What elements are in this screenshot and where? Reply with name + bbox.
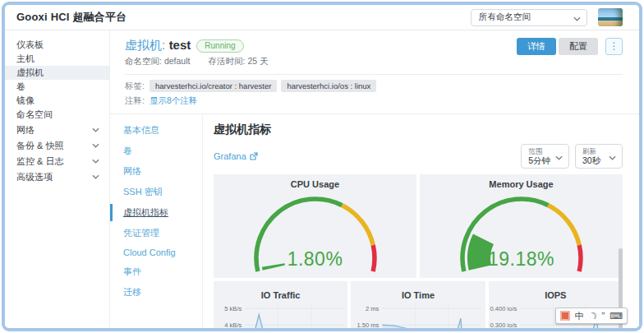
vm-header: 虚拟机: test Running 命名空间: default 存活时间: 25… — [110, 30, 639, 75]
namespace-selector[interactable]: 所有命名空间 — [471, 9, 587, 26]
tags-label: 标签: — [125, 81, 145, 92]
sidebar-item-label: 虚拟机 — [16, 67, 44, 79]
sidebar-item-8[interactable]: 监控 & 日志 — [5, 154, 109, 169]
sidebar-item-label: 主机 — [16, 53, 34, 65]
detail-tab-2[interactable]: 网络 — [110, 163, 202, 180]
namespace-selector-value: 所有命名空间 — [479, 12, 531, 23]
gauge-title: CPU Usage — [214, 174, 416, 189]
detail-section: 基本信息卷网络SSH 密钥虚拟机指标凭证管理Cloud Config事件迁移 虚… — [110, 114, 639, 328]
sidebar-item-1[interactable]: 主机 — [5, 52, 109, 66]
metrics-content: 虚拟机指标 Grafana 范围 5分钟 — [202, 114, 639, 328]
body: 仪表板主机虚拟机卷镜像命名空间网络备份 & 快照监控 & 日志高级选项 虚拟机:… — [5, 30, 639, 328]
more-actions-button[interactable]: ⋮ — [605, 38, 623, 55]
metrics-selects: 范围 5分钟 刷新 30秒 — [521, 144, 623, 169]
sidebar-item-6[interactable]: 网络 — [5, 123, 109, 137]
sidebar-item-7[interactable]: 备份 & 快照 — [5, 138, 109, 153]
header-right: 所有命名空间 — [471, 8, 623, 26]
app-title: Gooxi HCI 超融合平台 — [16, 10, 126, 25]
tags-row: 标签: harvesterhci.io/creator : harvesterh… — [125, 80, 623, 92]
resource-type-link[interactable]: 虚拟机: — [125, 38, 165, 52]
io-traffic-chart: IO Traffic 5 kB/s4 kB/s3 kB/s — [214, 281, 347, 331]
details-button[interactable]: 详情 — [517, 38, 556, 55]
ime-punctuation-icon[interactable]: ” — [601, 311, 605, 321]
external-link-icon — [250, 152, 258, 160]
main-sidebar: 仪表板主机虚拟机卷镜像命名空间网络备份 & 快照监控 & 日志高级选项 — [5, 30, 110, 328]
svg-text:5 kB/s: 5 kB/s — [224, 305, 242, 312]
ime-halfwidth-moon-icon[interactable]: ☽ — [586, 309, 598, 321]
detail-tab-nav: 基本信息卷网络SSH 密钥虚拟机指标凭证管理Cloud Config事件迁移 — [110, 114, 202, 328]
detail-tab-8[interactable]: 迁移 — [110, 284, 202, 301]
app-window: Gooxi HCI 超融合平台 所有命名空间 仪表板主机虚拟机卷镜像命名空间网络… — [2, 2, 642, 331]
detail-tab-0[interactable]: 基本信息 — [110, 122, 202, 139]
chevron-down-icon — [92, 127, 99, 132]
sidebar-item-label: 监控 & 日志 — [16, 155, 63, 168]
chart-title: IO Time — [351, 285, 485, 300]
detail-tab-4[interactable]: 虚拟机指标 — [110, 204, 202, 221]
sidebar-item-3[interactable]: 卷 — [5, 80, 109, 94]
grafana-link[interactable]: Grafana — [214, 151, 258, 161]
sidebar-item-4[interactable]: 镜像 — [5, 94, 109, 108]
detail-tab-3[interactable]: SSH 密钥 — [110, 183, 202, 201]
refresh-label: 刷新 — [582, 147, 604, 155]
range-value: 5分钟 — [528, 155, 550, 165]
detail-tab-7[interactable]: 事件 — [110, 263, 202, 280]
vm-actions: 详情 配置 ⋮ — [517, 38, 623, 55]
svg-text:4 kB/s: 4 kB/s — [224, 321, 242, 329]
refresh-value: 30秒 — [582, 155, 604, 165]
sidebar-item-label: 高级选项 — [16, 171, 53, 183]
chart-title: IO Traffic — [214, 285, 347, 300]
io-traffic-plot: 5 kB/s4 kB/s3 kB/s — [214, 300, 347, 331]
sidebar-item-9[interactable]: 高级选项 — [5, 169, 109, 184]
ime-toolbar[interactable]: 中 ☽ ” ⌨ — [555, 308, 628, 324]
cpu-usage-gauge: CPU Usage 1.80% — [214, 174, 416, 278]
detail-tab-5[interactable]: 凭证管理 — [110, 224, 202, 242]
meta-section: 标签: harvesterhci.io/creator : harvesterh… — [110, 75, 639, 114]
range-label: 范围 — [528, 147, 550, 155]
sidebar-item-5[interactable]: 命名空间 — [5, 108, 109, 122]
detail-tab-6[interactable]: Cloud Config — [110, 245, 202, 260]
config-button[interactable]: 配置 — [559, 38, 598, 55]
gauge-row: CPU Usage 1.80% Memory Usage 19.18% — [214, 174, 623, 278]
range-select[interactable]: 范围 5分钟 — [521, 144, 569, 169]
ime-logo-icon[interactable] — [560, 311, 570, 321]
annotations-label: 注释: — [125, 95, 145, 107]
chevron-down-icon — [92, 174, 99, 179]
grafana-link-label: Grafana — [214, 151, 246, 161]
svg-text:0.300 io/s: 0.300 io/s — [490, 321, 517, 329]
detail-tab-1[interactable]: 卷 — [110, 142, 202, 160]
vm-name: test — [169, 38, 191, 52]
cpu-usage-value: 1.80% — [214, 248, 416, 271]
annotations-row: 注释: 显示8个注释 — [125, 95, 623, 107]
metrics-title: 虚拟机指标 — [214, 123, 634, 137]
tag-badge: harvesterhci.io/creator : harvester — [150, 80, 278, 92]
sidebar-item-0[interactable]: 仪表板 — [5, 38, 109, 52]
ime-keyboard-icon[interactable]: ⌨ — [610, 311, 623, 321]
sidebar-item-label: 卷 — [16, 81, 25, 93]
chevron-down-icon — [92, 143, 99, 148]
chevron-down-icon — [573, 16, 581, 21]
chevron-down-icon — [609, 155, 616, 160]
svg-text:1.50 ms: 1.50 ms — [357, 321, 380, 329]
show-annotations-link[interactable]: 显示8个注释 — [150, 95, 197, 107]
status-badge: Running — [196, 39, 243, 53]
tag-badge: harvesterhci.io/os : linux — [281, 80, 376, 92]
metrics-controls: Grafana 范围 5分钟 — [214, 144, 634, 169]
svg-text:0.400 io/s: 0.400 io/s — [490, 305, 517, 312]
sidebar-item-2[interactable]: 虚拟机 — [5, 66, 109, 80]
refresh-select[interactable]: 刷新 30秒 — [575, 144, 623, 169]
chevron-down-icon — [92, 159, 99, 164]
sidebar-item-label: 镜像 — [16, 95, 34, 107]
sidebar-item-label: 命名空间 — [16, 109, 53, 121]
namespace-label: 命名空间: — [125, 56, 162, 67]
chevron-down-icon — [555, 155, 563, 160]
chart-title: IOPS — [489, 285, 623, 300]
namespace-value: default — [164, 56, 191, 67]
memory-usage-gauge: Memory Usage 19.18% — [420, 174, 623, 278]
ime-language-icon[interactable]: 中 — [575, 311, 584, 321]
user-avatar[interactable] — [598, 8, 623, 26]
sidebar-item-label: 仪表板 — [16, 39, 44, 51]
divider — [125, 74, 623, 75]
io-time-plot: 2 ms1.50 ms1 ms — [351, 300, 485, 331]
top-header: Gooxi HCI 超融合平台 所有命名空间 — [5, 5, 639, 30]
tags-list: harvesterhci.io/creator : harvesterharve… — [150, 80, 376, 92]
